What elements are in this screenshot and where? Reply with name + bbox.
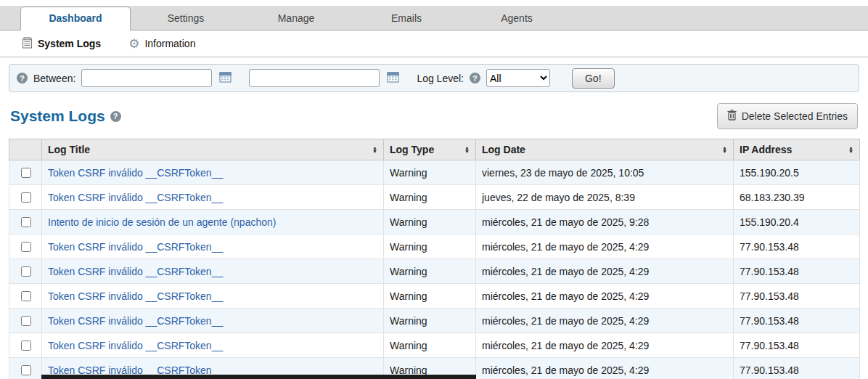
log-title-cell: Intento de inicio de sesión de un agente… (42, 210, 384, 235)
log-title-link[interactable]: Token CSRF inválido __CSRFToken__ (48, 340, 223, 351)
header-ip-address[interactable]: IP Address ▲▼ (734, 139, 860, 160)
log-date-cell: jueves, 22 de mayo de 2025, 8:39 (476, 185, 734, 210)
log-date-cell: miércoles, 21 de mayo de 2025, 9:28 (476, 210, 734, 235)
ip-address-cell: 77.90.153.48 (734, 259, 860, 284)
row-checkbox-cell (9, 210, 42, 235)
row-checkbox-cell (9, 284, 42, 309)
filter-bar: ? Between: Log Level: ? A (9, 64, 859, 92)
calendar-to-button[interactable] (385, 71, 401, 85)
tab-manage[interactable]: Manage (241, 7, 351, 30)
row-checkbox-cell (9, 235, 42, 259)
help-icon[interactable]: ? (470, 73, 480, 83)
log-title-cell: Token CSRF inválido __CSRFToken__ (42, 284, 384, 309)
row-checkbox-cell (9, 259, 42, 284)
log-title-link[interactable]: Token CSRF inválido __CSRFToken__ (48, 266, 223, 277)
row-checkbox-cell (9, 358, 42, 379)
sub-navigation: System Logs ⚙ Information (0, 30, 868, 57)
log-type-cell: Warning (384, 284, 476, 309)
log-type-cell: Warning (384, 160, 476, 185)
table-row: Token CSRF inválido __CSRFToken__ Warnin… (9, 259, 860, 284)
table-row: Token CSRF inválido __CSRFToken__ Warnin… (9, 235, 860, 259)
row-checkbox[interactable] (21, 266, 31, 277)
delete-selected-button[interactable]: Delete Selected Entries (717, 103, 858, 129)
row-checkbox-cell (9, 160, 42, 185)
log-title-link[interactable]: Token CSRF inválido __CSRFToken__ (48, 315, 223, 327)
table-row: Token CSRF inválido __CSRFToken__ Warnin… (9, 185, 860, 210)
ip-address-cell: 77.90.153.48 (734, 284, 860, 309)
log-icon (22, 37, 33, 51)
row-checkbox-cell (9, 185, 42, 210)
bottom-dark-strip (41, 375, 476, 379)
calendar-from-button[interactable] (218, 71, 233, 85)
ip-address-cell: 77.90.153.48 (734, 235, 860, 259)
tab-bar: DashboardSettingsManageEmailsAgents (0, 6, 868, 30)
ip-address-cell: 77.90.153.48 (734, 358, 860, 379)
header-log-date[interactable]: Log Date ▲▼ (476, 139, 734, 160)
go-button[interactable]: Go! (572, 68, 615, 89)
log-type-cell: Warning (384, 210, 476, 235)
header-log-title[interactable]: Log Title ▲▼ (42, 139, 384, 160)
log-title-cell: Token CSRF inválido __CSRFToken__ (42, 259, 384, 284)
date-to-input[interactable] (249, 69, 380, 87)
log-type-cell: Warning (384, 185, 476, 210)
sort-icon: ▲▼ (464, 146, 470, 154)
gear-icon: ⚙ (128, 38, 139, 50)
help-icon[interactable]: ? (110, 111, 121, 122)
sort-icon: ▲▼ (848, 146, 853, 154)
between-label: Between: (33, 73, 75, 84)
calendar-icon (387, 71, 399, 85)
row-checkbox[interactable] (21, 365, 31, 375)
row-checkbox[interactable] (21, 316, 31, 326)
log-date-cell: miércoles, 21 de mayo de 2025, 4:29 (476, 309, 734, 333)
table-row: Token CSRF inválido __CSRFToken__ Warnin… (9, 160, 860, 185)
tab-agents[interactable]: Agents (462, 7, 572, 30)
row-checkbox[interactable] (21, 291, 31, 301)
log-title-link[interactable]: Token CSRF inválido __CSRFToken__ (48, 241, 223, 253)
log-title-cell: Token CSRF inválido __CSRFToken__ (42, 309, 384, 333)
table-row: Intento de inicio de sesión de un agente… (9, 210, 860, 235)
log-title-cell: Token CSRF inválido __CSRFToken__ (42, 235, 384, 259)
log-level-select[interactable]: All (486, 69, 550, 87)
table-row: Token CSRF inválido __CSRFToken__ Warnin… (9, 333, 860, 358)
ip-address-cell: 77.90.153.48 (734, 309, 860, 333)
page-title: System Logs ? (10, 107, 121, 125)
row-checkbox[interactable] (21, 217, 31, 227)
subnav-item-system-logs[interactable]: System Logs (22, 37, 101, 51)
tab-dashboard[interactable]: Dashboard (20, 7, 131, 30)
header-log-type[interactable]: Log Type ▲▼ (384, 139, 476, 160)
log-title-cell: Token CSRF inválido __CSRFToken__ (42, 185, 384, 210)
calendar-icon (219, 71, 232, 85)
log-type-cell: Warning (384, 309, 476, 333)
log-title-link[interactable]: Token CSRF inválido __CSRFToken__ (48, 167, 223, 179)
log-date-cell: miércoles, 21 de mayo de 2025, 4:29 (476, 259, 734, 284)
table-header-row: Log Title ▲▼ Log Type ▲▼ Log Date ▲▼ IP … (9, 139, 860, 160)
help-icon[interactable]: ? (17, 73, 28, 83)
log-type-cell: Warning (384, 235, 476, 259)
tab-emails[interactable]: Emails (351, 7, 462, 30)
sort-icon: ▲▼ (372, 146, 377, 154)
table-row: Token CSRF inválido __CSRFToken__ Warnin… (9, 309, 860, 333)
ip-address-cell: 155.190.20.4 (734, 210, 860, 235)
log-type-cell: Warning (384, 259, 476, 284)
subnav-label: Information (144, 38, 195, 49)
system-logs-table: Log Title ▲▼ Log Type ▲▼ Log Date ▲▼ IP … (9, 139, 860, 379)
row-checkbox[interactable] (21, 341, 31, 351)
sort-icon: ▲▼ (722, 146, 727, 154)
ip-address-cell: 77.90.153.48 (734, 333, 860, 358)
subnav-label: System Logs (38, 38, 101, 49)
row-checkbox[interactable] (21, 242, 31, 252)
date-from-input[interactable] (81, 69, 212, 87)
log-date-cell: miércoles, 21 de mayo de 2025, 4:29 (476, 284, 734, 309)
row-checkbox[interactable] (21, 168, 31, 178)
top-margin (0, 0, 868, 6)
row-checkbox-cell (9, 309, 42, 333)
log-type-cell: Warning (384, 333, 476, 358)
tab-settings[interactable]: Settings (131, 7, 241, 30)
log-title-link[interactable]: Token CSRF inválido __CSRFToken__ (48, 290, 223, 302)
log-date-cell: miércoles, 21 de mayo de 2025, 4:29 (476, 358, 734, 379)
log-date-cell: miércoles, 21 de mayo de 2025, 4:29 (476, 235, 734, 259)
log-title-link[interactable]: Intento de inicio de sesión de un agente… (48, 216, 276, 228)
log-title-link[interactable]: Token CSRF inválido __CSRFToken__ (48, 192, 223, 203)
row-checkbox[interactable] (21, 192, 31, 203)
subnav-item-information[interactable]: ⚙ Information (128, 38, 195, 50)
